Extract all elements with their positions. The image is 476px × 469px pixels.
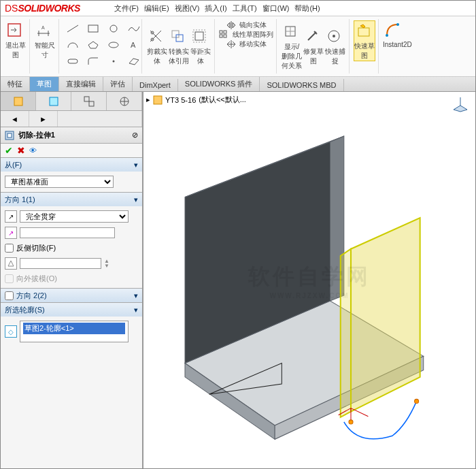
viewport-3d[interactable]: ▸ YT3 5-16 (默认<<默认... 软件自学网 WWW.RJZXW.CO… [143,92,475,468]
dir2-enable-checkbox[interactable] [5,291,14,300]
reverse-cut-checkbox[interactable] [5,244,14,253]
contours-collapse[interactable]: ▾ [134,306,138,314]
panel-from: 从(F) ▾ 草图基准面 [1,157,142,192]
svg-marker-4 [88,42,98,48]
svg-point-24 [396,23,399,26]
svg-point-42 [349,420,353,424]
ribbon-point[interactable] [104,53,123,69]
tab-direct-edit[interactable]: 直接编辑 [59,77,103,91]
tab-evaluate[interactable]: 评估 [103,77,133,91]
ribbon-poly[interactable] [84,37,103,53]
ribbon-rect[interactable] [84,20,103,37]
ribbon-rapid-sketch[interactable]: 快速草图 [354,20,375,61]
ribbon-snap[interactable]: 快速捕捉 [324,27,346,66]
main-menu: 文件(F) 编辑(E) 视图(V) 插入(I) 工具(T) 窗口(W) 帮助(H… [114,3,320,14]
menu-tools[interactable]: 工具(T) [233,3,257,14]
work-area: ◄ ► 切除-拉伸1 ⊘ ✔ ✖ 👁 从(F) ▾ 草图基准面 [1,92,475,468]
fm-tab-dimxpert[interactable] [107,92,142,110]
ribbon-relations[interactable]: 显示/删除几何关系 [281,22,303,71]
ribbon-arc[interactable] [63,37,82,53]
svg-rect-18 [224,35,226,37]
panel-contours: 所选轮廓(S) ▾ ◇ 草图2-轮廓<1> [1,302,142,346]
ribbon-smart-dim[interactable]: A 智能尺寸 [34,20,56,60]
ribbon-trim[interactable]: 剪裁实体 [146,27,168,66]
outward-draft-checkbox[interactable] [5,274,14,283]
svg-rect-12 [176,35,183,42]
contour-icon: ◇ [5,325,17,338]
breadcrumb-expand[interactable]: ▸ [146,95,150,104]
menu-file[interactable]: 文件(F) [114,3,139,14]
ribbon-circle[interactable] [104,20,123,37]
fm-nav-fwd[interactable]: ► [29,111,58,127]
ribbon-exit-sketch[interactable]: 退出草图 [5,20,27,60]
fm-tab-tree[interactable] [1,92,36,110]
ribbon-ellipse[interactable] [104,37,123,53]
dir1-collapse[interactable]: ▾ [134,195,138,204]
dir1-vector-input[interactable] [20,227,115,238]
ribbon-offset[interactable]: 等距实体 [190,27,211,66]
ribbon-convert[interactable]: 转换实体引用 [168,27,190,66]
ribbon-linear-pattern[interactable]: 线性草图阵列 [219,30,273,39]
ribbon-instant2d[interactable]: Instant2D [383,20,405,48]
breadcrumb-suffix: (默认<<默认... [199,95,246,105]
ok-button[interactable]: ✔ [5,145,13,156]
draft-icon[interactable] [5,257,17,270]
draft-input[interactable] [20,258,101,269]
from-plane-select[interactable]: 草图基准面 [5,176,114,188]
ribbon-text[interactable]: A [124,37,143,53]
ribbon-plane[interactable] [124,53,143,69]
ribbon-mirror[interactable]: 镜向实体 [226,20,267,30]
breadcrumb-part[interactable]: YT3 5-16 [165,96,196,104]
fm-nav-back[interactable]: ◄ [1,111,29,127]
dir2-collapse[interactable]: ▾ [134,291,138,300]
svg-rect-13 [195,32,203,40]
cancel-button[interactable]: ✖ [17,145,25,156]
view-triad-icon[interactable] [452,96,469,112]
ribbon-fillet[interactable] [84,53,103,69]
tab-dimxpert[interactable]: DimXpert [133,79,178,91]
svg-marker-40 [341,249,351,417]
menu-view[interactable]: 视图(V) [175,3,200,14]
preview-button[interactable]: 👁 [29,146,37,155]
fm-tab-property[interactable] [36,92,71,110]
fm-tab-config[interactable] [71,92,107,110]
tab-sketch[interactable]: 草图 [30,77,59,91]
menu-window[interactable]: 窗口(W) [262,3,290,14]
svg-point-5 [109,42,118,48]
svg-rect-31 [7,133,12,138]
svg-marker-39 [351,218,420,412]
ribbon-line[interactable] [63,20,82,37]
ribbon-slot[interactable] [63,53,82,69]
contour-item[interactable]: 草图2-轮廓<1> [23,323,125,334]
svg-text:A: A [131,41,136,49]
tab-features[interactable]: 特征 [1,77,30,91]
dir2-label: 方向 2(2) [16,291,47,301]
menu-edit[interactable]: 编辑(E) [144,3,169,14]
dir1-label: 方向 1(1) [5,195,35,205]
dir1-vector-icon[interactable]: ↗ [5,227,17,239]
from-collapse[interactable]: ▾ [134,161,138,169]
tab-addins[interactable]: SOLIDWORKS 插件 [178,77,260,91]
title-bar: DS SOLIDWORKS 文件(F) 编辑(E) 视图(V) 插入(I) 工具… [1,1,475,16]
dir1-end-select[interactable]: 完全贯穿 [20,210,129,223]
menu-insert[interactable]: 插入(I) [205,3,226,14]
menu-help[interactable]: 帮助(H) [294,3,320,14]
reverse-dir-icon[interactable]: ↗ [5,210,17,223]
ribbon-move[interactable]: 移动实体 [226,39,267,49]
ribbon-repair[interactable]: 修复草图 [303,27,324,66]
contours-label: 所选轮廓(S) [5,305,45,315]
svg-point-21 [333,35,335,37]
logo-icon: DS [5,3,18,14]
svg-point-41 [415,399,419,403]
contour-list[interactable]: 草图2-轮廓<1> [20,321,129,342]
tab-mbd[interactable]: SOLIDWORKS MBD [260,79,343,91]
draft-spinner[interactable]: ▲▼ [104,259,109,268]
ribbon: 退出草图 A 智能尺寸 A 剪裁实体 [1,16,475,77]
pin-icon[interactable]: ⊘ [132,131,138,140]
svg-rect-28 [89,101,94,106]
svg-rect-22 [358,28,369,36]
from-label: 从(F) [5,160,22,170]
fm-nav-expand[interactable] [58,111,142,127]
ribbon-spline[interactable] [124,20,143,37]
reverse-cut-label: 反侧切除(F) [16,243,56,253]
